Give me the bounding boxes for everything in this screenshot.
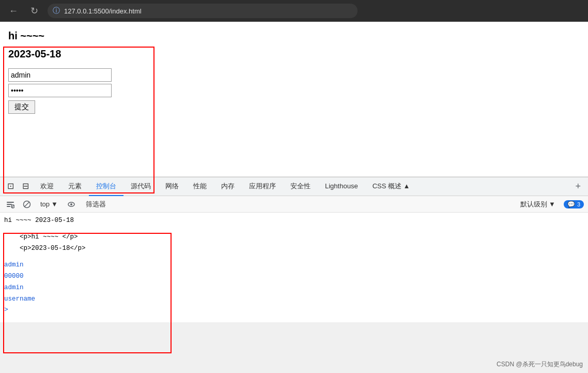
refresh-button[interactable]: ↻ xyxy=(27,4,41,18)
eye-button[interactable] xyxy=(65,199,78,210)
tab-memory[interactable]: 内存 xyxy=(214,177,242,196)
frame-selector[interactable]: top ▼ xyxy=(37,199,61,209)
watermark: CSDN @杀死一只知更鸟debug xyxy=(497,360,583,369)
message-count: 3 xyxy=(577,201,580,207)
level-label: 默认级别 xyxy=(520,200,547,209)
clear-console-button[interactable] xyxy=(4,199,17,210)
tab-performance[interactable]: 性能 xyxy=(186,177,214,196)
svg-line-6 xyxy=(25,202,29,206)
console-prompt[interactable]: > xyxy=(0,305,588,315)
username-input[interactable] xyxy=(8,68,112,82)
password-input[interactable] xyxy=(8,84,112,97)
console-output: hi ~~~~ 2023-05-18 <p>hi ~~~~ </p> <p>20… xyxy=(0,213,588,322)
info-icon: ⓘ xyxy=(53,6,60,16)
level-dropdown-arrow: ▼ xyxy=(549,200,555,208)
message-icon: 💬 xyxy=(567,201,575,208)
login-form: 提交 xyxy=(8,68,112,114)
top-label: top xyxy=(40,200,50,208)
console-line-admin2: admin xyxy=(0,282,588,293)
tab-css-overview[interactable]: CSS 概述 ▲ xyxy=(365,177,417,196)
filter-button[interactable]: 筛选器 xyxy=(82,199,110,210)
tab-network[interactable]: 网络 xyxy=(158,177,186,196)
devtools-tabs: ⊡ ⊟ 欢迎 元素 控制台 源代码 网络 性能 内存 应用程序 安全性 Ligh… xyxy=(0,177,588,196)
svg-rect-1 xyxy=(7,204,12,205)
page-greeting: hi ~~~~ xyxy=(8,30,580,42)
console-line-username: username xyxy=(0,293,588,305)
console-spacer xyxy=(0,254,588,259)
tab-welcome[interactable]: 欢迎 xyxy=(33,177,61,196)
console-line: <p>2023-05-18</p> xyxy=(0,243,588,254)
tab-source[interactable]: 源代码 xyxy=(123,177,158,196)
back-button[interactable]: ← xyxy=(6,4,21,18)
tab-elements[interactable]: 元素 xyxy=(61,177,89,196)
message-count-badge: 💬 3 xyxy=(564,200,584,208)
url-text: 127.0.0.1:5500/index.html xyxy=(64,7,142,15)
submit-button[interactable]: 提交 xyxy=(8,100,35,114)
tab-security[interactable]: 安全性 xyxy=(283,177,318,196)
log-level-selector[interactable]: 默认级别 ▼ xyxy=(516,199,560,210)
browser-toolbar: ← ↻ ⓘ 127.0.0.1:5500/index.html xyxy=(0,0,588,22)
console-line: hi ~~~~ 2023-05-18 xyxy=(0,215,588,226)
dropdown-arrow: ▼ xyxy=(51,200,58,208)
console-line-00000: 00000 xyxy=(0,271,588,282)
devtools-panel: ⊡ ⊟ 欢迎 元素 控制台 源代码 网络 性能 内存 应用程序 安全性 Ligh… xyxy=(0,177,588,322)
console-line-admin: admin xyxy=(0,259,588,271)
browser-viewport: hi ~~~~ 2023-05-18 提交 ⊡ ⊟ 欢迎 元素 控制台 源代码 … xyxy=(0,22,588,322)
console-spacer xyxy=(0,226,588,231)
svg-point-8 xyxy=(70,203,72,205)
tab-application[interactable]: 应用程序 xyxy=(242,177,283,196)
no-symbol-button[interactable] xyxy=(21,199,33,210)
page-date: 2023-05-18 xyxy=(8,48,580,60)
tab-console[interactable]: 控制台 xyxy=(89,177,123,196)
console-toolbar: top ▼ 筛选器 默认级别 ▼ 💬 3 xyxy=(0,196,588,213)
console-line: <p>hi ~~~~ </p> xyxy=(0,231,588,243)
address-bar[interactable]: ⓘ 127.0.0.1:5500/index.html xyxy=(48,4,358,18)
devtools-icon-device[interactable]: ⊟ xyxy=(18,177,33,196)
svg-rect-2 xyxy=(7,206,10,207)
tab-lighthouse[interactable]: Lighthouse xyxy=(318,177,365,196)
svg-rect-0 xyxy=(7,202,14,203)
tab-add-button[interactable]: + xyxy=(571,181,585,192)
devtools-icon-inspect[interactable]: ⊡ xyxy=(3,177,18,196)
page-content: hi ~~~~ 2023-05-18 提交 xyxy=(0,22,588,177)
